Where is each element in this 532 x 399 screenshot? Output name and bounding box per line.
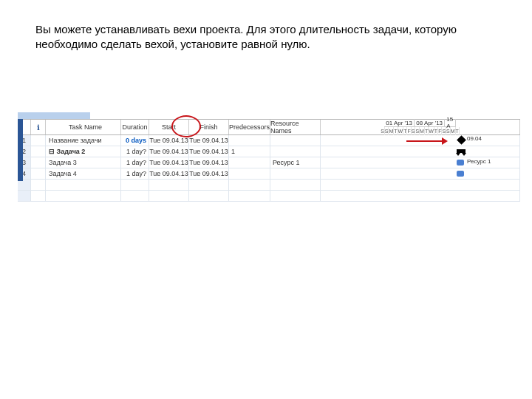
timeline-week: 08 Apr '13 bbox=[415, 119, 445, 127]
gantt-cell[interactable] bbox=[321, 146, 520, 157]
timeline-week: 15 A bbox=[445, 119, 455, 127]
cell-task-name[interactable]: Название задачи bbox=[46, 135, 121, 146]
top-strip bbox=[18, 112, 520, 119]
cell-resources[interactable] bbox=[270, 146, 321, 157]
table-row[interactable]: 3 Задача 31 day?Tue 09.04.13Tue 09.04.13… bbox=[18, 157, 520, 168]
timeline-week: 01 Apr '13 bbox=[384, 119, 415, 127]
cell-resources[interactable] bbox=[270, 168, 321, 179]
cell-start[interactable]: Tue 09.04.13 bbox=[149, 168, 189, 179]
cell-predecessors[interactable] bbox=[229, 157, 270, 168]
table-row[interactable]: 4 Задача 41 day?Tue 09.04.13Tue 09.04.13 bbox=[18, 168, 520, 180]
timeline-day: M bbox=[420, 127, 425, 135]
timeline-day: M bbox=[451, 127, 456, 135]
cell-resources[interactable] bbox=[270, 135, 321, 146]
gantt-cell[interactable] bbox=[321, 168, 520, 179]
cell-predecessors[interactable] bbox=[229, 168, 270, 179]
cell-info[interactable] bbox=[31, 146, 46, 157]
column-headers: ℹ Task Name Duration Start Finish Predec… bbox=[18, 119, 520, 135]
timeline-day: W bbox=[398, 127, 404, 135]
table-row[interactable]: 2⊟ Задача 21 day?Tue 09.04.13Tue 09.04.1… bbox=[18, 146, 520, 157]
cell-start[interactable]: Tue 09.04.13 bbox=[149, 135, 189, 146]
gantt-cell[interactable]: Ресурс 1 bbox=[321, 157, 520, 168]
cell-duration[interactable]: 1 day? bbox=[121, 168, 149, 179]
cell-task-name[interactable]: Задача 3 bbox=[46, 157, 121, 168]
gantt-app: ℹ Task Name Duration Start Finish Predec… bbox=[18, 112, 520, 202]
col-header-duration[interactable]: Duration bbox=[121, 120, 149, 134]
cell-finish[interactable]: Tue 09.04.13 bbox=[189, 135, 229, 146]
bar-resource-label: Ресурс 1 bbox=[467, 158, 491, 165]
cell-task-name[interactable]: ⊟ Задача 2 bbox=[46, 146, 121, 157]
cell-predecessors[interactable]: 1 bbox=[229, 146, 270, 157]
info-icon: ℹ bbox=[37, 123, 40, 132]
cell-finish[interactable]: Tue 09.04.13 bbox=[189, 168, 229, 179]
selection-bar bbox=[18, 119, 23, 181]
col-header-start[interactable]: Start bbox=[149, 120, 189, 134]
cell-duration[interactable]: 0 days bbox=[121, 135, 149, 146]
timeline-day: W bbox=[429, 127, 434, 135]
cell-predecessors[interactable] bbox=[229, 135, 270, 146]
col-header-predecessors[interactable]: Predecessors bbox=[229, 120, 270, 134]
timeline-header: 01 Apr '1308 Apr '1315 A SSMTWTFSSMTWTFS… bbox=[321, 120, 520, 134]
instruction-text: Вы можете устанавливать вехи проекта. Дл… bbox=[35, 22, 479, 52]
timeline-day: M bbox=[389, 127, 394, 135]
cell-info[interactable] bbox=[31, 135, 46, 146]
col-header-finish[interactable]: Finish bbox=[189, 120, 229, 134]
milestone-label: 09.04 bbox=[467, 135, 482, 142]
col-header-resources[interactable]: Resource Names bbox=[270, 120, 321, 134]
cell-task-name[interactable]: Задача 4 bbox=[46, 168, 121, 179]
cell-info[interactable] bbox=[31, 168, 46, 179]
task-bar bbox=[457, 160, 464, 166]
highlight-arrow bbox=[406, 140, 443, 142]
col-header-info[interactable]: ℹ bbox=[31, 120, 46, 134]
empty-rows bbox=[18, 180, 520, 202]
cell-duration[interactable]: 1 day? bbox=[121, 146, 149, 157]
summary-bar bbox=[457, 149, 466, 153]
cell-finish[interactable]: Tue 09.04.13 bbox=[189, 146, 229, 157]
cell-info[interactable] bbox=[31, 157, 46, 168]
cell-finish[interactable]: Tue 09.04.13 bbox=[189, 157, 229, 168]
milestone-icon bbox=[457, 135, 466, 145]
cell-duration[interactable]: 1 day? bbox=[121, 157, 149, 168]
cell-start[interactable]: Tue 09.04.13 bbox=[149, 146, 189, 157]
task-bar bbox=[457, 171, 464, 177]
timeline-day: T bbox=[456, 127, 460, 135]
cell-start[interactable]: Tue 09.04.13 bbox=[149, 157, 189, 168]
cell-resources[interactable]: Ресурс 1 bbox=[270, 157, 321, 168]
col-header-name[interactable]: Task Name bbox=[46, 120, 121, 134]
